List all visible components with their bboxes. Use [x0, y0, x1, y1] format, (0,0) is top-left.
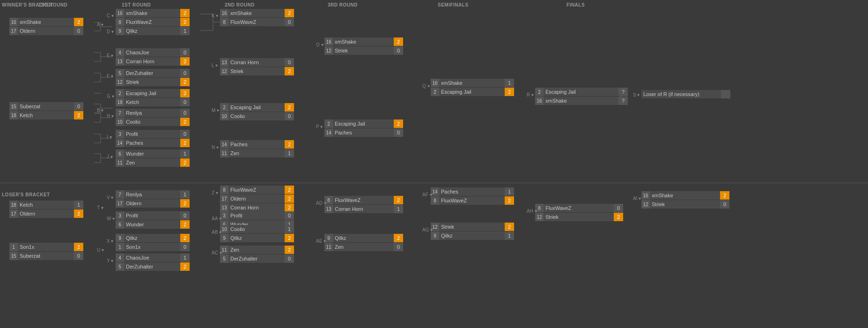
seed: 10	[116, 118, 124, 126]
connector-af: AF ▾	[422, 192, 432, 197]
player-name: FluxWaveZ	[333, 196, 394, 204]
score: 0	[285, 211, 294, 220]
match-slot: 1 Son1x 2	[9, 243, 83, 251]
match-slot: 10 Coolio 0	[220, 112, 294, 120]
seed: 9	[116, 27, 124, 35]
player-name: FluxWaveZ	[439, 196, 505, 205]
score: 2	[720, 191, 729, 200]
seed: 18	[116, 98, 124, 106]
match-slot: 12 Striek 2	[431, 223, 514, 231]
match-slot: 14 Paches 1	[431, 187, 514, 196]
match-slot: 17 Oldern 2	[116, 199, 190, 208]
score: 2	[180, 199, 190, 208]
match-slot: 4 ChaosJoe 0	[116, 48, 190, 57]
match-slot: 14 Paches 0	[324, 128, 403, 137]
match-ag: 12 Striek 2 9 Qilkz 1	[431, 223, 514, 240]
connector-b: B ▾	[97, 108, 103, 113]
match-slot: 16 xmShake 2	[641, 191, 729, 200]
score: 2	[180, 262, 190, 271]
match-slot: 5 DerZuhalter 2	[116, 262, 190, 271]
connector-k: K ▾	[212, 13, 218, 18]
player-name: Suberzat	[18, 102, 74, 111]
match-c: 16 xmShake 2 8 FluxWaveZ 2 9 Qilkz 1	[116, 9, 190, 35]
match-slot: 17 Oldern 2	[220, 194, 294, 203]
score: 2	[394, 119, 403, 128]
connector-i: I ▾	[107, 134, 112, 140]
score: 0	[180, 243, 190, 251]
score: 2	[285, 246, 294, 254]
score: 0	[180, 98, 190, 106]
match-a: 16 xmShake 2 17 Oldern 0	[9, 18, 83, 35]
match-slot: 12 Striek 0	[641, 200, 729, 209]
seed: 9	[116, 234, 124, 242]
match-slot: 1 Son1x 0	[116, 243, 190, 251]
match-h: 7 Renlya 0 10 Coolio 2	[116, 109, 190, 126]
score: 1	[180, 27, 190, 35]
score: 0	[285, 58, 294, 67]
score: 0	[394, 243, 403, 251]
match-slot: 17 Oldern 0	[9, 27, 83, 35]
connector-m: M ▾	[212, 108, 219, 113]
match-slot: 18 Ketch 0	[116, 98, 190, 106]
score: 0	[74, 252, 83, 260]
match-r: 2 Escaping Jail ? 16 xmShake ?	[535, 88, 628, 105]
seed: 12	[220, 67, 228, 75]
losers-bracket-label: LOSER'S BRACKET	[2, 192, 50, 197]
player-name: xmShake	[439, 79, 505, 87]
player-name: Suberzat	[18, 252, 74, 260]
player-name: Corran Horn	[124, 57, 180, 66]
seed: 4	[116, 48, 124, 57]
player-name: Zen	[228, 149, 285, 157]
player-name: Wunder	[124, 220, 180, 229]
match-s: Loser of R (if necessary)	[641, 90, 730, 98]
connector-y: Y ▾	[107, 258, 113, 263]
match-slot: 9 Qilkz 2	[220, 234, 294, 242]
player-name: Zen	[228, 246, 285, 254]
connector-ad: AD ▾	[316, 201, 326, 206]
player-name: Escaping Jail	[439, 88, 505, 96]
match-slot: 5 DerZuhalter 0	[116, 69, 190, 77]
player-name: Corran Horn	[333, 205, 394, 213]
match-slot: 8 FluxWaveZ 2	[220, 186, 294, 194]
bracket-divider	[0, 183, 868, 183]
seed: 14	[116, 139, 124, 147]
seed: 18	[9, 201, 18, 209]
score: 0	[180, 109, 190, 117]
match-i: 3 Profit 0 14 Paches 2	[116, 130, 190, 147]
score: 0	[74, 102, 83, 111]
connector-d: D ▾	[107, 29, 114, 34]
match-slot: 12 Striek 2	[220, 67, 294, 75]
match-n: 14 Paches 2 11 Zen 1	[220, 140, 294, 157]
seed: 1	[116, 243, 124, 251]
seed: 16	[431, 79, 439, 87]
player-name: DerZuhalter	[124, 262, 180, 271]
match-e: 4 ChaosJoe 0 13 Corran Horn 2	[116, 48, 190, 66]
match-u: 1 Son1x 2 15 Suberzat 0	[9, 243, 83, 260]
seed: 13	[116, 57, 124, 66]
seed: 6	[116, 220, 124, 229]
score: 0	[180, 130, 190, 138]
player-name: Coolio	[228, 225, 285, 233]
player-name: xmShake	[544, 97, 618, 105]
seed: 2	[220, 103, 228, 112]
match-slot: 18 Ketch 1	[9, 201, 83, 209]
score: ?	[618, 88, 628, 96]
player-name: Qilkz	[333, 234, 394, 242]
score: 1	[180, 190, 190, 199]
connector-r: R ▾	[527, 92, 534, 97]
connector-g: G ▾	[107, 94, 114, 99]
player-name: Paches	[228, 140, 285, 149]
connector-ab: AB ▾	[212, 230, 221, 235]
match-slot: 4 ChaosJoe 1	[116, 253, 190, 262]
match-slot: 16 xmShake 2	[116, 9, 190, 17]
score: 2	[180, 18, 190, 26]
score: 2	[505, 196, 514, 205]
seed: 2	[535, 88, 544, 96]
seed: 14	[220, 140, 228, 149]
score: 1	[505, 79, 514, 87]
score: 0	[285, 18, 294, 26]
score	[721, 90, 730, 98]
match-ah: 8 FluxWaveZ 0 12 Striek 2	[535, 204, 623, 221]
seed: 6	[116, 149, 124, 158]
player-name: FluxWaveZ	[228, 186, 285, 194]
